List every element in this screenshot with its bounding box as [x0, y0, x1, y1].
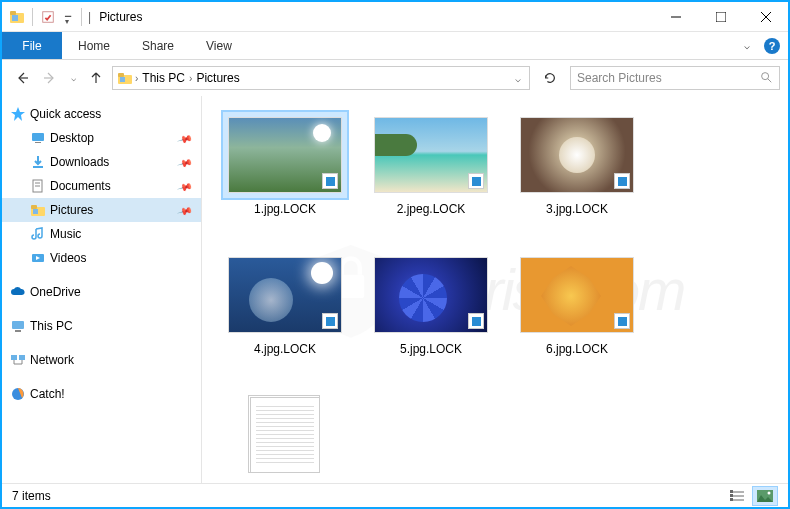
file-name: 5.jpg.LOCK	[400, 342, 462, 358]
pin-icon: 📌	[177, 154, 193, 170]
file-item[interactable]: 4.jpg.LOCK	[212, 252, 358, 392]
details-view-button[interactable]	[724, 486, 750, 506]
svg-rect-11	[118, 73, 124, 77]
svg-rect-40	[730, 494, 733, 497]
sidebar-catch[interactable]: Catch!	[2, 382, 201, 406]
sidebar-item-videos[interactable]: Videos	[2, 246, 201, 270]
tab-share[interactable]: Share	[126, 32, 190, 59]
refresh-button[interactable]	[538, 67, 562, 89]
file-name: 3.jpg.LOCK	[546, 202, 608, 218]
search-placeholder: Search Pictures	[577, 71, 662, 85]
file-tab[interactable]: File	[2, 32, 62, 59]
file-name: 4.jpg.LOCK	[254, 342, 316, 358]
forward-button[interactable]	[38, 66, 62, 90]
sidebar-item-label: Downloads	[50, 155, 109, 169]
close-button[interactable]	[743, 2, 788, 32]
quick-access-toolbar: ▁▾	[8, 8, 77, 26]
file-list[interactable]: PCrisk.com 1.jpg.LOCK2.jpeg.LOCK3.jpg.LO…	[202, 96, 788, 483]
overlay-icon	[322, 313, 338, 329]
minimize-button[interactable]	[653, 2, 698, 32]
overlay-icon	[468, 313, 484, 329]
sidebar-item-music[interactable]: Music	[2, 222, 201, 246]
svg-rect-1	[10, 11, 16, 15]
sidebar-network[interactable]: Network	[2, 348, 201, 372]
pin-icon: 📌	[177, 202, 193, 218]
breadcrumb-this-pc[interactable]: This PC	[140, 71, 187, 85]
sidebar-quick-access[interactable]: Quick access	[2, 102, 201, 126]
search-input[interactable]: Search Pictures	[570, 66, 780, 90]
overlay-icon	[614, 173, 630, 189]
address-bar[interactable]: › This PC › Pictures ⌵	[112, 66, 530, 90]
sidebar-label: Catch!	[30, 387, 65, 401]
svg-rect-30	[19, 355, 25, 360]
file-item[interactable]: 3.jpg.LOCK	[504, 112, 650, 252]
navigation-bar: ⌵ › This PC › Pictures ⌵ Search Pictures	[2, 60, 788, 96]
sidebar-item-downloads[interactable]: Downloads📌	[2, 150, 201, 174]
file-name: 2.jpeg.LOCK	[397, 202, 466, 218]
title-separator: |	[88, 10, 91, 24]
svg-rect-24	[33, 209, 38, 214]
sidebar-item-pictures[interactable]: Pictures📌	[2, 198, 201, 222]
ribbon-expand-area: ⌵ ?	[744, 32, 780, 59]
svg-rect-27	[12, 321, 24, 329]
file-name: 1.jpg.LOCK	[254, 202, 316, 218]
svg-point-43	[768, 491, 771, 494]
svg-rect-28	[15, 330, 21, 332]
overlay-icon	[614, 313, 630, 329]
status-item-count: 7 items	[12, 489, 51, 503]
sidebar-item-documents[interactable]: Documents📌	[2, 174, 201, 198]
properties-icon[interactable]	[39, 8, 57, 26]
window-title: Pictures	[99, 10, 142, 24]
tab-view[interactable]: View	[190, 32, 248, 59]
sidebar-label: This PC	[30, 319, 73, 333]
ribbon-tabs: File Home Share View ⌵ ?	[2, 32, 788, 60]
file-item[interactable]: 2.jpeg.LOCK	[358, 112, 504, 252]
svg-rect-17	[35, 142, 41, 143]
title-bar: ▁▾ | Pictures	[2, 2, 788, 32]
svg-rect-23	[31, 205, 37, 209]
sidebar-label: Quick access	[30, 107, 101, 121]
sidebar-onedrive[interactable]: OneDrive	[2, 280, 201, 304]
file-item[interactable]: 5.jpg.LOCK	[358, 252, 504, 392]
svg-rect-16	[32, 133, 44, 141]
breadcrumb-pictures[interactable]: Pictures	[194, 71, 241, 85]
address-folder-icon	[117, 70, 133, 86]
sidebar-label: Network	[30, 353, 74, 367]
ribbon-expand-icon[interactable]: ⌵	[744, 40, 750, 51]
svg-rect-2	[12, 15, 18, 21]
sidebar-item-label: Pictures	[50, 203, 93, 217]
tab-home[interactable]: Home	[62, 32, 126, 59]
address-dropdown-icon[interactable]: ⌵	[515, 73, 525, 84]
sidebar-item-desktop[interactable]: Desktop📌	[2, 126, 201, 150]
chevron-right-icon[interactable]: ›	[189, 73, 192, 84]
chevron-right-icon[interactable]: ›	[135, 73, 138, 84]
svg-rect-39	[730, 490, 733, 493]
sidebar-item-label: Documents	[50, 179, 111, 193]
help-icon[interactable]: ?	[764, 38, 780, 54]
file-item[interactable]: 1.jpg.LOCK	[212, 112, 358, 252]
svg-marker-15	[11, 107, 25, 121]
maximize-button[interactable]	[698, 2, 743, 32]
status-bar: 7 items	[2, 483, 788, 507]
file-item[interactable]: HOW TO DECRYPT FILES.txt	[212, 392, 358, 483]
overlay-icon	[468, 173, 484, 189]
svg-line-14	[768, 78, 772, 82]
sidebar-this-pc[interactable]: This PC	[2, 314, 201, 338]
thumbnails-view-button[interactable]	[752, 486, 778, 506]
up-button[interactable]	[84, 66, 108, 90]
text-file-icon	[250, 397, 320, 473]
qat-dropdown-icon[interactable]: ▁▾	[59, 8, 77, 26]
svg-point-13	[762, 72, 769, 79]
pin-icon: 📌	[177, 130, 193, 146]
file-item[interactable]: 6.jpg.LOCK	[504, 252, 650, 392]
back-button[interactable]	[10, 66, 34, 90]
explorer-icon	[8, 8, 26, 26]
svg-rect-41	[730, 498, 733, 501]
file-name: HOW TO DECRYPT FILES.txt	[225, 482, 345, 483]
main-area: Quick access Desktop📌Downloads📌Documents…	[2, 96, 788, 483]
sidebar-item-label: Music	[50, 227, 81, 241]
svg-rect-12	[120, 77, 125, 82]
recent-locations-button[interactable]: ⌵	[66, 66, 80, 90]
svg-rect-3	[43, 11, 54, 22]
sidebar-item-label: Videos	[50, 251, 86, 265]
